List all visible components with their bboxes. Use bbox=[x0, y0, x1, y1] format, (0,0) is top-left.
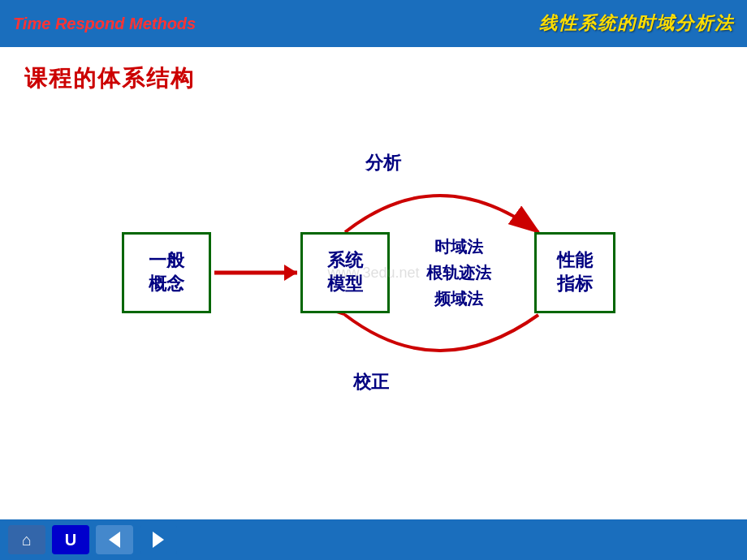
box-methods: 时域法 根轨迹法 频域法 bbox=[406, 220, 512, 325]
next-icon bbox=[153, 532, 164, 548]
header-title-english: Time Respond Methods bbox=[13, 15, 196, 33]
label-correct: 校正 bbox=[353, 370, 389, 394]
home-icon: ⌂ bbox=[22, 531, 32, 549]
svg-marker-1 bbox=[284, 265, 297, 281]
box-methods-text: 时域法 根轨迹法 频域法 bbox=[426, 234, 491, 312]
prev-icon bbox=[109, 532, 120, 548]
box-performance-text: 性能 指标 bbox=[557, 249, 593, 295]
header-title-chinese: 线性系统的时域分析法 bbox=[539, 11, 734, 36]
box-general-concept: 一般 概念 bbox=[122, 232, 211, 313]
bookmark-button[interactable]: U bbox=[52, 525, 89, 554]
section-title: 课程的体系结构 bbox=[24, 63, 723, 94]
home-button[interactable]: ⌂ bbox=[8, 525, 45, 554]
diagram-inner: 分析 校正 一般 概念 系统 模型 bbox=[114, 135, 633, 411]
next-button[interactable] bbox=[140, 525, 177, 554]
content-area: 课程的体系结构 bbox=[0, 47, 747, 519]
prev-button[interactable] bbox=[96, 525, 133, 554]
slide: Time Respond Methods 线性系统的时域分析法 课程的体系结构 bbox=[0, 0, 747, 519]
label-analysis: 分析 bbox=[365, 151, 401, 175]
navigation-bar: ⌂ U bbox=[0, 519, 747, 560]
box-performance: 性能 指标 bbox=[534, 232, 615, 313]
box-system-text: 系统 模型 bbox=[327, 249, 363, 295]
box-system-model: 系统 模型 bbox=[300, 232, 390, 313]
bookmark-icon: U bbox=[65, 531, 76, 549]
box-general-text: 一般 概念 bbox=[149, 249, 184, 295]
header-bar: Time Respond Methods 线性系统的时域分析法 bbox=[0, 0, 747, 47]
diagram-container: 分析 校正 一般 概念 系统 模型 bbox=[24, 118, 723, 427]
